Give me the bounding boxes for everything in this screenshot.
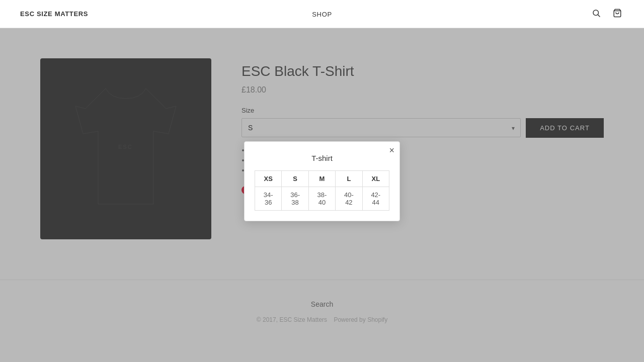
modal-backdrop: × T-shirt XS S M L XL 34-36 36-38 38-40 … [0, 0, 644, 362]
size-col-m: M [308, 170, 335, 187]
size-col-l: L [336, 170, 362, 187]
size-val-xs: 34-36 [255, 187, 282, 210]
size-table: XS S M L XL 34-36 36-38 38-40 40-42 42-4… [255, 170, 389, 211]
size-val-xl: 42-44 [362, 187, 389, 210]
size-chart-modal: × T-shirt XS S M L XL 34-36 36-38 38-40 … [244, 141, 400, 221]
size-val-l: 40-42 [336, 187, 362, 210]
size-col-s: S [282, 170, 308, 187]
size-val-s: 36-38 [282, 187, 308, 210]
modal-close-button[interactable]: × [389, 146, 394, 155]
size-col-xs: XS [255, 170, 282, 187]
size-table-header-row: XS S M L XL [255, 170, 389, 187]
size-col-xl: XL [362, 170, 389, 187]
modal-title: T-shirt [255, 154, 389, 162]
size-val-m: 38-40 [308, 187, 335, 210]
size-table-row: 34-36 36-38 38-40 40-42 42-44 [255, 187, 389, 210]
